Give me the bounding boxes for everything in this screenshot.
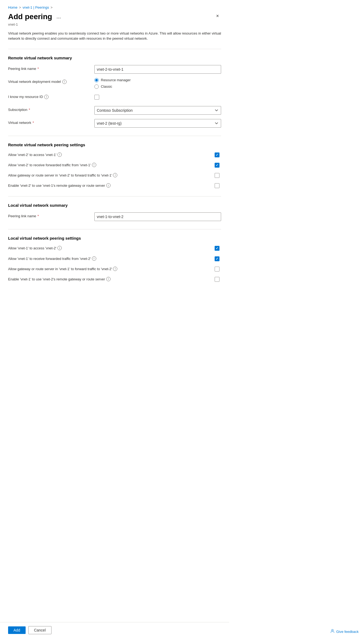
resource-id-control [94, 93, 221, 100]
subtitle: vnet-1 [8, 22, 221, 26]
remote-summary-title: Remote virtual network summary [8, 56, 221, 60]
breadcrumb-sep-2: > [51, 6, 53, 9]
virtual-network-row: Virtual network * vnet-2 (test-rg) [8, 119, 221, 128]
remote-setting-info-icon-3[interactable]: i [106, 183, 111, 188]
remote-peering-link-label: Peering link name * [8, 65, 94, 71]
deployment-model-info-icon[interactable]: i [62, 80, 67, 84]
radio-classic-input[interactable] [94, 84, 99, 89]
required-star-4: * [37, 214, 39, 218]
local-setting-checkbox-col-2 [215, 266, 221, 272]
divider-2 [8, 136, 221, 136]
remote-setting-label-1: Allow 'vnet-2' to receive forwarded traf… [8, 162, 210, 168]
local-setting-label-3: Enable 'vnet-1' to use 'vnet-2's remote … [8, 276, 210, 282]
subscription-control: Contoso Subscription [94, 106, 221, 115]
local-setting-checkbox-3[interactable] [215, 277, 219, 282]
divider-3 [8, 196, 221, 196]
subscription-row: Subscription * Contoso Subscription [8, 106, 221, 115]
deployment-model-label: Virtual network deployment model i [8, 78, 94, 84]
local-setting-checkbox-1[interactable] [215, 256, 219, 261]
radio-resource-manager-label: Resource manager [101, 78, 131, 82]
remote-setting-row-0: Allow 'vnet-2' to access 'vnet-1' i [8, 152, 221, 157]
title-area: Add peering ... [8, 12, 63, 21]
local-setting-row-1: Allow 'vnet-1' to receive forwarded traf… [8, 256, 221, 261]
resource-id-label: I know my resource ID i [8, 93, 94, 99]
virtual-network-select[interactable]: vnet-2 (test-rg) [94, 119, 221, 128]
local-setting-row-2: Allow gateway or route server in 'vnet-1… [8, 266, 221, 272]
resource-id-checkbox[interactable] [94, 95, 99, 100]
local-setting-info-icon-3[interactable]: i [106, 277, 111, 281]
header-row: Add peering ... × [8, 12, 221, 21]
required-star-2: * [29, 108, 30, 112]
deployment-model-control: Resource manager Classic [94, 78, 221, 89]
resource-id-row: I know my resource ID i [8, 93, 221, 102]
remote-peering-link-control [94, 65, 221, 74]
remote-setting-checkbox-3[interactable] [215, 183, 219, 188]
page-title: Add peering [8, 12, 52, 21]
remote-summary-section: Remote virtual network summary Peering l… [8, 56, 221, 128]
breadcrumb-home[interactable]: Home [8, 5, 18, 9]
radio-classic[interactable]: Classic [94, 84, 221, 89]
local-setting-row-3: Enable 'vnet-1' to use 'vnet-2's remote … [8, 276, 221, 282]
local-setting-checkbox-2[interactable] [215, 267, 219, 272]
local-setting-label-2: Allow gateway or route server in 'vnet-1… [8, 266, 210, 272]
local-setting-label-1: Allow 'vnet-1' to receive forwarded traf… [8, 256, 210, 261]
remote-setting-label-3: Enable 'vnet-2' to use 'vnet-1's remote … [8, 183, 210, 188]
local-setting-checkbox-col-1 [215, 256, 221, 261]
local-peering-link-label: Peering link name * [8, 212, 94, 218]
resource-id-info-icon[interactable]: i [44, 95, 49, 99]
radio-resource-manager-input[interactable] [94, 78, 99, 82]
remote-peering-settings-section: Remote virtual network peering settings … [8, 142, 221, 188]
remote-setting-label-0: Allow 'vnet-2' to access 'vnet-1' i [8, 152, 210, 157]
remote-setting-info-icon-0[interactable]: i [57, 152, 62, 157]
local-summary-title: Local virtual network summary [8, 203, 221, 208]
deployment-model-row: Virtual network deployment model i Resou… [8, 78, 221, 89]
local-setting-info-icon-0[interactable]: i [57, 246, 62, 250]
virtual-network-control: vnet-2 (test-rg) [94, 119, 221, 128]
divider-4 [8, 229, 221, 229]
description-text: Virtual network peering enables you to s… [8, 31, 221, 41]
local-setting-info-icon-1[interactable]: i [92, 256, 96, 261]
local-peering-link-row: Peering link name * [8, 212, 221, 221]
breadcrumb: Home > vnet-1 | Peerings > [8, 5, 221, 9]
divider-1 [8, 49, 221, 49]
remote-setting-checkbox-col-3 [215, 183, 221, 188]
local-setting-row-0: Allow 'vnet-1' to access 'vnet-2' i [8, 245, 221, 251]
local-setting-label-0: Allow 'vnet-1' to access 'vnet-2' i [8, 245, 210, 251]
local-peering-settings-title: Local virtual network peering settings [8, 236, 221, 240]
breadcrumb-peerings[interactable]: vnet-1 | Peerings [23, 5, 49, 9]
remote-setting-checkbox-1[interactable] [215, 163, 219, 168]
cancel-button[interactable]: Cancel [28, 626, 51, 634]
subscription-label: Subscription * [8, 106, 94, 112]
remote-peering-settings-title: Remote virtual network peering settings [8, 142, 221, 147]
virtual-network-label: Virtual network * [8, 119, 94, 125]
required-star-3: * [33, 121, 34, 125]
radio-resource-manager[interactable]: Resource manager [94, 78, 221, 82]
remote-setting-row-2: Allow gateway or route server in 'vnet-2… [8, 172, 221, 178]
add-button[interactable]: Add [8, 626, 26, 634]
remote-setting-label-2: Allow gateway or route server in 'vnet-2… [8, 172, 210, 178]
footer: Add Cancel [0, 622, 229, 638]
local-peering-settings-section: Local virtual network peering settings A… [8, 236, 221, 282]
local-peering-link-control [94, 212, 221, 221]
subscription-select[interactable]: Contoso Subscription [94, 106, 221, 115]
local-setting-info-icon-2[interactable]: i [113, 267, 117, 271]
remote-setting-checkbox-2[interactable] [215, 173, 219, 178]
remote-peering-link-input[interactable] [94, 65, 221, 74]
remote-setting-row-3: Enable 'vnet-2' to use 'vnet-1's remote … [8, 183, 221, 188]
local-setting-checkbox-col-0 [215, 245, 221, 251]
required-star-1: * [37, 67, 39, 71]
remote-setting-checkbox-col-2 [215, 172, 221, 178]
remote-setting-row-1: Allow 'vnet-2' to receive forwarded traf… [8, 162, 221, 168]
more-options-button[interactable]: ... [55, 13, 63, 20]
breadcrumb-sep-1: > [19, 6, 21, 9]
remote-setting-checkbox-col-1 [215, 162, 221, 168]
local-peering-link-input[interactable] [94, 212, 221, 221]
remote-peering-link-row: Peering link name * [8, 65, 221, 74]
remote-setting-info-icon-2[interactable]: i [113, 173, 117, 177]
remote-setting-info-icon-1[interactable]: i [92, 163, 96, 167]
remote-setting-checkbox-0[interactable] [215, 152, 219, 157]
close-button[interactable]: × [214, 12, 221, 20]
remote-setting-checkbox-col-0 [215, 152, 221, 157]
local-setting-checkbox-0[interactable] [215, 246, 219, 251]
local-setting-checkbox-col-3 [215, 276, 221, 282]
